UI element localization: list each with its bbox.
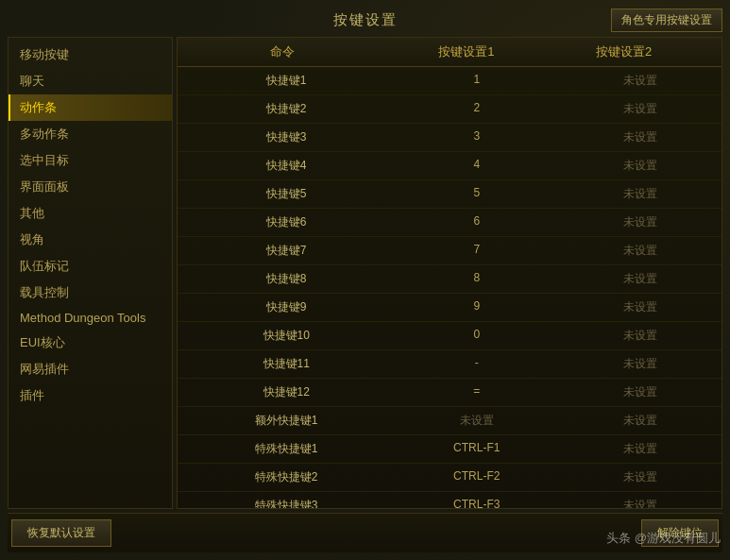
table-body[interactable]: 快捷键1 1 未设置 快捷键2 2 未设置 快捷键3 3 未设置 快捷键4 4 … bbox=[178, 67, 722, 508]
table-row[interactable]: 快捷键1 1 未设置 bbox=[178, 67, 722, 95]
sidebar-item-7[interactable]: 视角 bbox=[8, 227, 172, 253]
key1-cell: CTRL-F3 bbox=[395, 494, 558, 508]
main-panel: 命令 按键设置1 按键设置2 快捷键1 1 未设置 快捷键2 2 未设置 快捷键… bbox=[177, 37, 722, 509]
table-row[interactable]: 快捷键4 4 未设置 bbox=[178, 152, 722, 180]
sidebar-item-12[interactable]: 网易插件 bbox=[8, 356, 172, 382]
key1-cell: CTRL-F1 bbox=[395, 437, 558, 461]
table-row[interactable]: 快捷键8 8 未设置 bbox=[178, 265, 722, 294]
sidebar-item-11[interactable]: EUI核心 bbox=[8, 330, 172, 356]
table-row[interactable]: 特殊快捷键2 CTRL-F2 未设置 bbox=[178, 464, 722, 492]
key2-cell: 未设置 bbox=[558, 211, 722, 234]
table-row[interactable]: 特殊快捷键3 CTRL-F3 未设置 bbox=[178, 492, 722, 508]
cmd-cell: 快捷键3 bbox=[178, 126, 395, 149]
page-title: 按键设置 bbox=[333, 11, 398, 29]
title-bar: 按键设置 角色专用按键设置 bbox=[8, 8, 722, 33]
reset-defaults-button[interactable]: 恢复默认设置 bbox=[11, 519, 111, 547]
table-row[interactable]: 快捷键5 5 未设置 bbox=[178, 180, 722, 209]
table-row[interactable]: 额外快捷键1 未设置 未设置 bbox=[178, 407, 722, 435]
sidebar-item-1[interactable]: 聊天 bbox=[8, 68, 172, 94]
cmd-cell: 快捷键9 bbox=[178, 296, 395, 319]
cmd-cell: 快捷键2 bbox=[178, 97, 395, 121]
header-key1: 按键设置1 bbox=[387, 43, 545, 60]
cmd-cell: 特殊快捷键1 bbox=[178, 437, 395, 461]
key2-cell: 未设置 bbox=[558, 154, 722, 178]
key1-cell: 7 bbox=[395, 239, 558, 263]
key1-cell: 8 bbox=[395, 267, 558, 291]
table-row[interactable]: 快捷键3 3 未设置 bbox=[178, 124, 722, 152]
cmd-cell: 快捷键5 bbox=[178, 182, 395, 206]
key2-cell: 未设置 bbox=[558, 296, 722, 319]
key1-cell: 5 bbox=[395, 182, 558, 206]
key2-cell: 未设置 bbox=[558, 182, 722, 206]
sidebar: 移动按键聊天动作条多动作条选中目标界面面板其他视角队伍标记载具控制Method … bbox=[8, 37, 173, 509]
header-key2: 按键设置2 bbox=[545, 43, 703, 60]
table-header: 命令 按键设置1 按键设置2 bbox=[178, 38, 722, 67]
unbind-button[interactable]: 解除键位 bbox=[641, 519, 719, 547]
main-container: 按键设置 角色专用按键设置 移动按键聊天动作条多动作条选中目标界面面板其他视角队… bbox=[0, 0, 730, 560]
key1-cell: 6 bbox=[395, 211, 558, 234]
sidebar-item-8[interactable]: 队伍标记 bbox=[8, 253, 172, 280]
key2-cell: 未设置 bbox=[558, 69, 722, 93]
key2-cell: 未设置 bbox=[558, 239, 722, 263]
sidebar-item-9[interactable]: 载具控制 bbox=[8, 280, 172, 306]
key1-cell: CTRL-F2 bbox=[395, 466, 558, 489]
table-row[interactable]: 快捷键2 2 未设置 bbox=[178, 95, 722, 124]
cmd-cell: 快捷键8 bbox=[178, 267, 395, 291]
cmd-cell: 特殊快捷键2 bbox=[178, 466, 395, 489]
table-row[interactable]: 特殊快捷键1 CTRL-F1 未设置 bbox=[178, 435, 722, 464]
sidebar-item-6[interactable]: 其他 bbox=[8, 200, 172, 227]
key2-cell: 未设置 bbox=[558, 126, 722, 149]
cmd-cell: 快捷键7 bbox=[178, 239, 395, 263]
cmd-cell: 快捷键4 bbox=[178, 154, 395, 178]
cmd-cell: 快捷键12 bbox=[178, 381, 395, 404]
key1-cell: = bbox=[395, 381, 558, 404]
sidebar-item-4[interactable]: 选中目标 bbox=[8, 147, 172, 174]
key2-cell: 未设置 bbox=[558, 466, 722, 489]
key2-cell: 未设置 bbox=[558, 494, 722, 508]
sidebar-item-2[interactable]: 动作条 bbox=[8, 94, 172, 121]
key2-cell: 未设置 bbox=[558, 267, 722, 291]
sidebar-item-10[interactable]: Method Dungeon Tools bbox=[8, 306, 172, 330]
key1-cell: 0 bbox=[395, 324, 558, 348]
key2-cell: 未设置 bbox=[558, 352, 722, 376]
key2-cell: 未设置 bbox=[558, 97, 722, 121]
sidebar-item-3[interactable]: 多动作条 bbox=[8, 121, 172, 147]
cmd-cell: 快捷键10 bbox=[178, 324, 395, 348]
char-keybind-button[interactable]: 角色专用按键设置 bbox=[611, 8, 722, 32]
header-cmd: 命令 bbox=[178, 43, 387, 60]
table-row[interactable]: 快捷键11 - 未设置 bbox=[178, 350, 722, 379]
key2-cell: 未设置 bbox=[558, 437, 722, 461]
key1-cell: - bbox=[395, 352, 558, 376]
key1-cell: 3 bbox=[395, 126, 558, 149]
sidebar-item-5[interactable]: 界面面板 bbox=[8, 174, 172, 200]
key1-cell: 2 bbox=[395, 97, 558, 121]
cmd-cell: 快捷键11 bbox=[178, 352, 395, 376]
table-row[interactable]: 快捷键10 0 未设置 bbox=[178, 322, 722, 350]
sidebar-item-0[interactable]: 移动按键 bbox=[8, 42, 172, 68]
cmd-cell: 快捷键6 bbox=[178, 211, 395, 234]
key1-cell: 4 bbox=[395, 154, 558, 178]
cmd-cell: 特殊快捷键3 bbox=[178, 494, 395, 508]
content-area: 移动按键聊天动作条多动作条选中目标界面面板其他视角队伍标记载具控制Method … bbox=[8, 37, 722, 509]
bottom-bar: 恢复默认设置 解除键位 bbox=[8, 513, 722, 552]
cmd-cell: 额外快捷键1 bbox=[178, 409, 395, 433]
table-row[interactable]: 快捷键12 = 未设置 bbox=[178, 379, 722, 407]
table-row[interactable]: 快捷键7 7 未设置 bbox=[178, 237, 722, 265]
key1-cell: 9 bbox=[395, 296, 558, 319]
key2-cell: 未设置 bbox=[558, 409, 722, 433]
key2-cell: 未设置 bbox=[558, 381, 722, 404]
table-row[interactable]: 快捷键9 9 未设置 bbox=[178, 294, 722, 322]
key1-cell: 1 bbox=[395, 69, 558, 93]
key2-cell: 未设置 bbox=[558, 324, 722, 348]
sidebar-item-13[interactable]: 插件 bbox=[8, 382, 172, 409]
key1-cell: 未设置 bbox=[395, 409, 558, 433]
table-row[interactable]: 快捷键6 6 未设置 bbox=[178, 209, 722, 237]
cmd-cell: 快捷键1 bbox=[178, 69, 395, 93]
